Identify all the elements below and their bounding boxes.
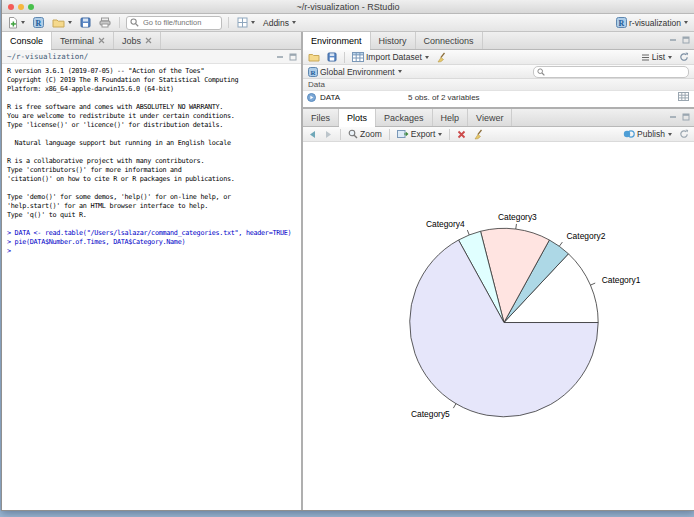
refresh-plots-button[interactable] [677, 127, 691, 141]
pie-label-tick [453, 404, 456, 408]
tab-label: Connections [424, 36, 474, 46]
import-dataset-button[interactable]: Import Dataset [350, 50, 431, 64]
minimize-pane-icon[interactable] [276, 53, 284, 61]
goto-input[interactable] [141, 17, 217, 28]
refresh-environment-button[interactable] [677, 50, 691, 64]
export-icon [397, 129, 409, 139]
close-tab-icon[interactable] [98, 37, 105, 44]
save-button[interactable] [78, 14, 93, 31]
new-file-icon [8, 17, 18, 29]
pie-label-tick [559, 242, 562, 246]
maximize-pane-icon[interactable] [682, 113, 690, 121]
tab-viewer[interactable]: Viewer [468, 109, 512, 126]
environment-object-row[interactable]: DATA 5 obs. of 2 variables [303, 91, 694, 103]
tab-label: Help [441, 113, 460, 123]
svg-text:R: R [36, 19, 42, 28]
minimize-pane-icon[interactable] [669, 36, 677, 44]
tab-connections[interactable]: Connections [416, 32, 483, 49]
clear-plots-button[interactable] [471, 127, 486, 141]
export-plot-button[interactable]: Export [395, 127, 445, 141]
chevron-down-icon [668, 56, 672, 59]
save-workspace-button[interactable] [325, 50, 339, 64]
tab-console[interactable]: Console [2, 32, 52, 49]
tab-environment[interactable]: Environment [303, 32, 371, 49]
tab-files[interactable]: Files [303, 109, 339, 126]
workspace-panes-button[interactable] [235, 14, 257, 31]
broom-icon [473, 129, 484, 140]
project-menu-button[interactable]: R r-visualization [614, 14, 690, 31]
save-icon [80, 17, 91, 28]
rstudio-window: ~/r-visualization - RStudio R [1, 0, 694, 511]
environment-scope-button[interactable]: R Global Environment [306, 65, 404, 78]
print-button[interactable] [97, 14, 113, 31]
search-icon [130, 18, 139, 27]
working-directory: ~/r-visualization/ [7, 52, 88, 61]
plots-toolbar: Zoom Export [303, 127, 694, 142]
open-file-button[interactable] [50, 14, 74, 31]
plot-area: Category1Category2Category3Category4Cate… [303, 142, 694, 510]
chevron-down-icon [251, 21, 255, 24]
zoom-window-icon[interactable] [28, 4, 34, 10]
console-command: > DATA <- read.table("/Users/lsalazar/co… [7, 229, 296, 238]
tab-label: Plots [347, 113, 367, 123]
tab-jobs[interactable]: Jobs [114, 32, 161, 49]
environment-search [533, 66, 689, 78]
view-data-icon[interactable] [678, 92, 689, 101]
new-project-button[interactable]: R [31, 14, 46, 31]
tab-packages[interactable]: Packages [376, 109, 433, 126]
search-icon [537, 68, 545, 76]
tab-history[interactable]: History [371, 32, 416, 49]
publish-plot-button[interactable]: Publish [621, 127, 674, 141]
maximize-pane-icon[interactable] [289, 53, 297, 61]
minimize-pane-icon[interactable] [669, 113, 677, 121]
tab-plots[interactable]: Plots [339, 109, 376, 126]
tab-label: Jobs [122, 36, 141, 46]
minimize-window-icon[interactable] [18, 4, 24, 10]
refresh-icon [679, 129, 689, 139]
remove-plot-button[interactable] [455, 127, 468, 141]
clear-workspace-button[interactable] [434, 50, 449, 64]
project-cube-icon: R [33, 17, 44, 28]
environment-section-header[interactable]: Data [303, 79, 694, 91]
console-path-bar: ~/r-visualization/ [2, 50, 301, 64]
environment-tabbar: Environment History Connections [303, 32, 694, 50]
pie-slice-label: Category5 [411, 409, 450, 419]
previous-plot-button[interactable] [306, 127, 319, 141]
chevron-down-icon [438, 133, 442, 136]
object-name: DATA [320, 93, 404, 102]
new-file-button[interactable] [6, 14, 27, 31]
console-prompt: > [7, 247, 296, 256]
pie-slice-label: Category2 [567, 231, 606, 241]
traffic-lights [8, 4, 34, 10]
tab-label: Packages [384, 113, 424, 123]
close-tab-icon[interactable] [145, 37, 152, 44]
scope-label: Global Environment [320, 67, 395, 77]
main-content: Console Terminal Jobs ~/r-visualization/ [2, 32, 694, 510]
expand-object-icon[interactable] [307, 93, 316, 102]
environment-toolbar: Import Dataset List [303, 50, 694, 65]
close-window-icon[interactable] [8, 4, 14, 10]
print-icon [99, 17, 111, 28]
maximize-pane-icon[interactable] [682, 36, 690, 44]
tab-label: Files [311, 113, 330, 123]
panes-grid-icon [237, 17, 248, 28]
pie-label-tick [467, 230, 469, 235]
environment-pane: Environment History Connections [303, 32, 694, 107]
load-workspace-button[interactable] [306, 50, 322, 64]
next-plot-button[interactable] [322, 127, 335, 141]
addins-button[interactable]: Addins [261, 14, 298, 31]
tab-label: Environment [311, 36, 362, 46]
environment-scope-bar: R Global Environment [303, 65, 694, 79]
list-view-button[interactable]: List [639, 50, 674, 64]
console-output[interactable]: R version 3.6.1 (2019-07-05) -- "Action … [2, 64, 301, 510]
tab-help[interactable]: Help [433, 109, 469, 126]
environment-search-input[interactable] [547, 66, 681, 77]
tab-terminal[interactable]: Terminal [52, 32, 114, 49]
chevron-down-icon [292, 21, 296, 24]
zoom-plot-button[interactable]: Zoom [346, 127, 384, 141]
zoom-label: Zoom [360, 129, 382, 139]
divider [449, 129, 450, 140]
back-arrow-icon [308, 130, 317, 139]
main-toolbar: R Addins R r-visualization [2, 14, 694, 32]
list-label: List [652, 52, 665, 62]
